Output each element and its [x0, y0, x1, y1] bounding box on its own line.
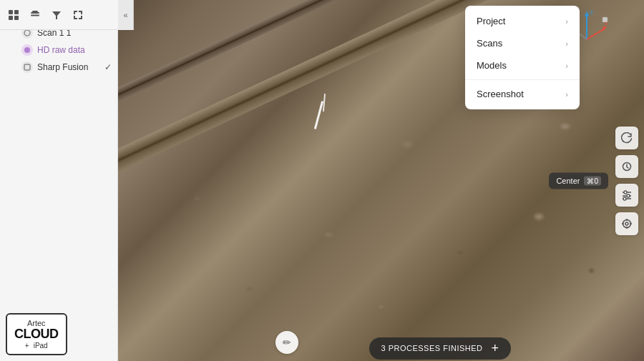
svg-rect-4	[31, 12, 39, 14]
grid-icon[interactable]	[7, 9, 20, 21]
menu-item-models[interactable]: Models ›	[465, 54, 580, 76]
svg-point-16	[24, 30, 30, 36]
status-plus[interactable]: +	[492, 341, 499, 356]
svg-rect-3	[14, 16, 19, 20]
menu-screenshot-label: Screenshot	[477, 89, 524, 99]
menu-scans-arrow: ›	[565, 39, 568, 48]
center-label: Center	[556, 177, 580, 185]
svg-rect-5	[31, 14, 39, 16]
status-bar: 3 PROCESSES FINISHED +	[236, 335, 644, 361]
svg-marker-20	[585, 11, 589, 16]
svg-rect-1	[14, 10, 19, 14]
artec-cloud-badge: Artec CLOUD + iPad	[6, 313, 67, 355]
svg-point-17	[24, 47, 30, 53]
svg-marker-7	[52, 11, 61, 19]
checkmark-icon: ✓	[104, 62, 112, 72]
ipad-label: iPad	[34, 342, 48, 350]
svg-line-22	[587, 29, 605, 39]
layers-icon[interactable]	[29, 9, 42, 21]
svg-rect-15	[81, 16, 82, 19]
collapse-sidebar-button[interactable]: «	[118, 0, 134, 30]
svg-point-33	[627, 194, 630, 197]
svg-rect-28	[602, 17, 608, 22]
cloud-label: CLOUD	[14, 327, 59, 342]
sync-button[interactable]	[615, 127, 638, 149]
menu-screenshot-arrow: ›	[565, 90, 568, 99]
svg-point-37	[625, 222, 628, 225]
filter-icon[interactable]	[50, 9, 63, 21]
center-button[interactable]: Center ⌘0	[549, 172, 608, 189]
right-toolbar	[615, 127, 638, 235]
status-pill: 3 PROCESSES FINISHED +	[369, 337, 510, 360]
menu-item-scans[interactable]: Scans ›	[465, 32, 580, 54]
sidebar-toolbar	[0, 0, 118, 30]
context-menu: Project › Scans › Models › Screenshot ›	[465, 6, 580, 109]
svg-rect-13	[74, 16, 75, 19]
menu-item-project[interactable]: Project ›	[465, 10, 580, 32]
history-button[interactable]	[615, 155, 638, 178]
svg-rect-18	[24, 64, 30, 70]
center-shortcut: ⌘0	[584, 176, 601, 185]
svg-text:Z: Z	[590, 9, 593, 16]
menu-divider	[465, 79, 580, 80]
target-button[interactable]	[615, 212, 638, 235]
menu-models-arrow: ›	[565, 61, 568, 70]
collapse-icon: «	[123, 11, 127, 19]
sliders-button[interactable]	[615, 184, 638, 207]
3d-viewport[interactable]: Z X Y Project › Scans › Models › Sc	[118, 0, 644, 361]
svg-rect-9	[74, 11, 75, 14]
menu-models-label: Models	[477, 60, 507, 71]
hd-label: HD raw data	[37, 45, 85, 55]
menu-item-screenshot[interactable]: Screenshot ›	[465, 83, 580, 105]
tree-item-sharp-fusion[interactable]: Sharp Fusion ✓	[16, 59, 117, 76]
svg-point-36	[623, 219, 631, 227]
svg-point-31	[624, 191, 627, 194]
fusion-icon	[21, 61, 33, 73]
svg-rect-2	[9, 16, 13, 20]
sharp-fusion-label: Sharp Fusion	[37, 62, 88, 72]
ipad-row: + iPad	[25, 342, 48, 350]
sidebar: ▾ Scan Group 1 Scan 1 1 HD raw data	[0, 0, 118, 361]
svg-point-35	[623, 197, 626, 200]
plus-sign: +	[25, 342, 29, 350]
hd-icon	[21, 44, 33, 56]
svg-rect-0	[9, 10, 13, 14]
menu-project-label: Project	[477, 16, 505, 26]
status-message: 3 PROCESSES FINISHED	[381, 344, 482, 352]
tree-item-hd[interactable]: HD raw data	[16, 41, 117, 59]
menu-project-arrow: ›	[565, 17, 568, 26]
svg-rect-6	[32, 11, 38, 12]
svg-rect-11	[81, 11, 82, 14]
expand-icon[interactable]	[72, 9, 84, 21]
menu-scans-label: Scans	[477, 38, 502, 49]
tree-children: Scan 1 1 HD raw data Sharp Fusion ✓	[0, 24, 117, 76]
